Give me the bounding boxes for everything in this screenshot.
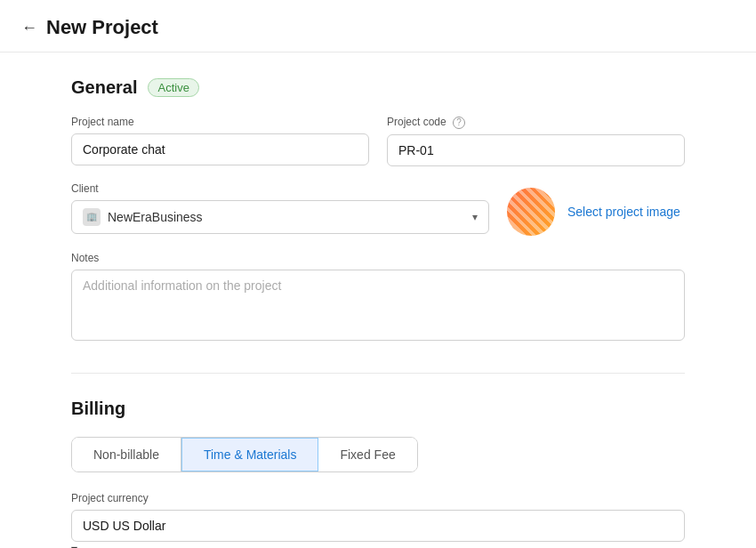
client-chevron-icon: ▾ (472, 211, 478, 223)
general-section: General Active Project name Project code… (71, 77, 685, 341)
page-title: New Project (46, 16, 158, 39)
client-name: NewEraBusiness (108, 210, 465, 224)
project-code-help-icon[interactable]: ? (453, 117, 465, 129)
tab-non-billable[interactable]: Non-billable (72, 438, 181, 471)
section-divider (71, 373, 685, 374)
currency-chevron-icon: ▾ (71, 542, 77, 548)
image-selector-group: Select project image (507, 182, 685, 236)
project-image-circle[interactable] (507, 188, 555, 236)
page-header: ← New Project (0, 0, 756, 52)
section-title-billing: Billing (71, 399, 125, 419)
notes-input[interactable] (71, 270, 685, 341)
image-selector: Select project image (507, 188, 685, 236)
section-title-general: General (71, 77, 137, 98)
billing-section: Billing Non-billable Time & Materials Fi… (71, 399, 685, 548)
project-name-group: Project name (71, 116, 369, 165)
status-badge: Active (148, 78, 198, 97)
client-icon: 🏢 (83, 208, 101, 226)
client-image-row: Client 🏢 NewEraBusiness ▾ Select project… (71, 182, 685, 236)
tab-time-materials[interactable]: Time & Materials (181, 438, 319, 471)
project-code-group: Project code ? (387, 116, 685, 166)
project-currency-label: Project currency (71, 492, 685, 504)
billing-tabs: Non-billable Time & Materials Fixed Fee (71, 437, 418, 472)
client-select[interactable]: 🏢 NewEraBusiness ▾ (71, 200, 489, 234)
notes-group: Notes (71, 252, 685, 341)
section-header-billing: Billing (71, 399, 685, 419)
project-currency-select-wrapper: USD US Dollar EUR Euro GBP British Pound… (71, 510, 685, 548)
project-name-input[interactable] (71, 133, 369, 165)
notes-label: Notes (71, 252, 685, 264)
back-arrow[interactable]: ← (21, 19, 37, 37)
project-currency-group: Project currency USD US Dollar EUR Euro … (71, 492, 685, 548)
project-currency-select[interactable]: USD US Dollar EUR Euro GBP British Pound (71, 510, 685, 542)
select-image-link[interactable]: Select project image (567, 205, 680, 219)
project-code-label: Project code ? (387, 116, 685, 129)
project-code-input[interactable] (387, 134, 685, 166)
client-label: Client (71, 182, 489, 195)
project-name-row: Project name Project code ? (71, 116, 685, 166)
project-name-label: Project name (71, 116, 369, 128)
client-group: Client 🏢 NewEraBusiness ▾ (71, 182, 489, 234)
section-header-general: General Active (71, 77, 685, 98)
tab-fixed-fee[interactable]: Fixed Fee (318, 438, 416, 471)
